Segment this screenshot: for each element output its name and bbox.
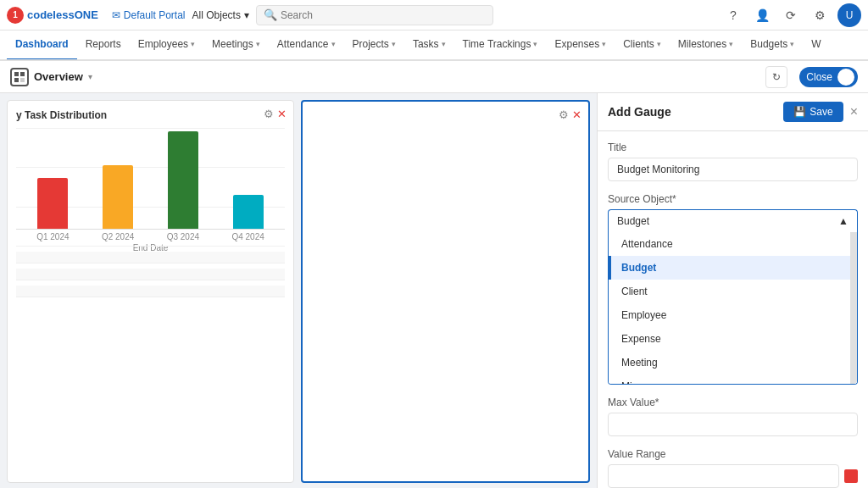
dropdown-item-client[interactable]: Client	[609, 280, 857, 303]
panel-title: Add Gauge	[608, 105, 783, 119]
nav-item-timetrackings[interactable]: Time Trackings ▾	[454, 30, 547, 60]
overview-arrow: ▾	[88, 72, 92, 81]
svg-rect-3	[20, 78, 25, 82]
settings-button[interactable]: ⚙	[809, 4, 831, 26]
source-object-dropdown: Budget ▲ Attendance Budget Client Employ…	[608, 209, 858, 385]
avatar-button[interactable]: U	[837, 3, 861, 27]
max-value-group: Max Value*	[608, 396, 858, 436]
employees-arrow: ▾	[191, 40, 195, 48]
dropdown-trigger[interactable]: Budget ▲	[608, 209, 858, 232]
portal-label: Default Portal	[124, 9, 186, 21]
dropdown-item-budget[interactable]: Budget	[609, 256, 857, 280]
source-object-label: Source Object*	[608, 193, 858, 205]
meetings-arrow: ▾	[256, 40, 260, 48]
dropdown-list: Attendance Budget Client Employee Expens…	[608, 232, 858, 385]
title-label: Title	[608, 141, 858, 153]
bars-container	[16, 128, 285, 230]
x-axis-labels: Q1 2024 Q2 2024 Q3 2024 Q4 2024	[16, 230, 285, 241]
nav-item-budgets[interactable]: Budgets ▾	[742, 30, 803, 60]
search-bar[interactable]: 🔍	[256, 5, 493, 25]
svg-rect-0	[14, 72, 19, 76]
value-range-label: Value Range	[608, 448, 858, 460]
refresh-button[interactable]: ↻	[765, 66, 787, 88]
gauge-card-actions: ⚙ ✕	[559, 108, 581, 121]
grid-rows	[16, 252, 285, 297]
clients-arrow: ▾	[657, 40, 661, 48]
save-icon: 💾	[793, 106, 806, 118]
top-bar-right: ? 👤 ⟳ ⚙ U	[722, 3, 861, 27]
chart-area: Q1 2024 Q2 2024 Q3 2024 Q4 2024 End Date	[16, 128, 285, 247]
expenses-arrow: ▾	[602, 40, 606, 48]
save-label: Save	[810, 106, 832, 118]
nav-item-employees[interactable]: Employees ▾	[130, 30, 203, 60]
search-input[interactable]	[281, 9, 486, 21]
title-input[interactable]	[608, 158, 858, 181]
dropdown-item-mi[interactable]: Mi...	[609, 374, 857, 385]
gauge-settings-button[interactable]: ⚙	[559, 108, 569, 121]
tasks-arrow: ▾	[442, 40, 446, 48]
bar-group-q4	[220, 195, 276, 229]
all-objects-button[interactable]: All Objects ▾	[192, 9, 249, 21]
value-range-group: Value Range	[608, 448, 858, 488]
chart-card-gauge: ⚙ ✕	[301, 100, 590, 483]
dashboard-area: ⚙ ✕ y Task Distribution	[0, 93, 597, 488]
grid-row	[16, 252, 285, 263]
bar-group-q2	[90, 165, 147, 229]
logo-icon: 1	[7, 7, 24, 24]
nav-bar: Dashboard Reports Employees ▾ Meetings ▾…	[0, 30, 868, 61]
nav-item-dashboard[interactable]: Dashboard	[7, 30, 77, 60]
people-button[interactable]: 👤	[751, 4, 773, 26]
milestones-arrow: ▾	[729, 40, 733, 48]
nav-item-w[interactable]: W	[803, 30, 829, 60]
dropdown-item-meeting[interactable]: Meeting	[609, 351, 857, 374]
dropdown-selected-value: Budget	[617, 215, 649, 227]
bar-q1	[37, 178, 68, 229]
close-toggle-label: Close	[806, 71, 832, 83]
help-button[interactable]: ?	[722, 4, 744, 26]
chart-title: y Task Distribution	[16, 109, 285, 121]
panel-body: Title Source Object* Budget ▲ Attendance…	[598, 131, 868, 488]
title-group: Title	[608, 141, 858, 181]
value-range-min-input[interactable]	[608, 464, 839, 488]
nav-item-clients[interactable]: Clients ▾	[615, 30, 670, 60]
dropdown-item-employee[interactable]: Employee	[609, 303, 857, 327]
source-object-group: Source Object* Budget ▲ Attendance Budge…	[608, 193, 858, 385]
value-range-color[interactable]	[844, 469, 858, 483]
bar-group-q3	[155, 131, 212, 229]
dropdown-item-attendance[interactable]: Attendance	[609, 232, 857, 256]
x-label-q2: Q2 2024	[90, 232, 147, 241]
close-toggle[interactable]: Close	[799, 67, 858, 87]
portal-icon: ✉	[112, 9, 120, 21]
overview-label: Overview	[34, 70, 83, 83]
panel-header: Add Gauge 💾 Save ×	[598, 93, 868, 131]
nav-item-attendance[interactable]: Attendance ▾	[269, 30, 344, 60]
dropdown-item-expense[interactable]: Expense	[609, 327, 857, 351]
nav-item-reports[interactable]: Reports	[77, 30, 130, 60]
history-button[interactable]: ⟳	[780, 4, 802, 26]
nav-item-meetings[interactable]: Meetings ▾	[203, 30, 269, 60]
panel-close-button[interactable]: ×	[850, 104, 858, 119]
chart-card-tasks: ⚙ ✕ y Task Distribution	[7, 100, 294, 483]
nav-item-tasks[interactable]: Tasks ▾	[404, 30, 454, 60]
refresh-icon: ↻	[772, 71, 781, 83]
chart-close-button[interactable]: ✕	[277, 108, 287, 120]
bar-group-q1	[25, 178, 81, 229]
projects-arrow: ▾	[392, 40, 396, 48]
all-objects-label: All Objects	[192, 9, 241, 21]
gauge-close-button[interactable]: ✕	[572, 108, 581, 121]
nav-item-milestones[interactable]: Milestones ▾	[670, 30, 742, 60]
save-button[interactable]: 💾 Save	[783, 102, 843, 122]
chart-settings-button[interactable]: ⚙	[264, 108, 274, 120]
x-label-q1: Q1 2024	[25, 232, 81, 241]
max-value-label: Max Value*	[608, 396, 858, 408]
nav-item-projects[interactable]: Projects ▾	[344, 30, 404, 60]
max-value-input[interactable]	[608, 413, 858, 436]
dropdown-arrow-icon: ▲	[838, 215, 849, 227]
grid-bottom	[16, 252, 285, 297]
toggle-circle	[837, 69, 854, 86]
top-bar: 1 codelessONE ✉ Default Portal All Objec…	[0, 0, 868, 30]
portal-button[interactable]: ✉ Default Portal	[112, 9, 186, 21]
chart-card-actions: ⚙ ✕	[264, 108, 287, 120]
nav-item-expenses[interactable]: Expenses ▾	[546, 30, 615, 60]
timetrackings-arrow: ▾	[533, 40, 537, 48]
